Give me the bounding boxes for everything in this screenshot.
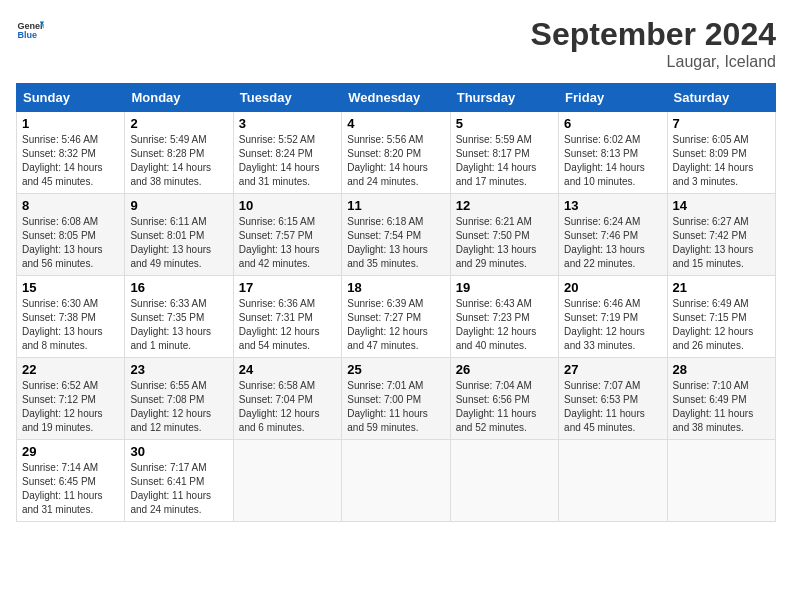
day-number: 28 — [673, 362, 770, 377]
day-cell: 4Sunrise: 5:56 AM Sunset: 8:20 PM Daylig… — [342, 112, 450, 194]
col-header-thursday: Thursday — [450, 84, 558, 112]
day-number: 11 — [347, 198, 444, 213]
title-block: September 2024 Laugar, Iceland — [531, 16, 776, 71]
day-number: 22 — [22, 362, 119, 377]
day-info: Sunrise: 6:27 AM Sunset: 7:42 PM Dayligh… — [673, 215, 770, 271]
week-row: 29Sunrise: 7:14 AM Sunset: 6:45 PM Dayli… — [17, 440, 776, 522]
day-number: 3 — [239, 116, 336, 131]
day-number: 2 — [130, 116, 227, 131]
day-cell: 2Sunrise: 5:49 AM Sunset: 8:28 PM Daylig… — [125, 112, 233, 194]
day-cell: 15Sunrise: 6:30 AM Sunset: 7:38 PM Dayli… — [17, 276, 125, 358]
week-row: 22Sunrise: 6:52 AM Sunset: 7:12 PM Dayli… — [17, 358, 776, 440]
day-cell: 20Sunrise: 6:46 AM Sunset: 7:19 PM Dayli… — [559, 276, 667, 358]
day-number: 16 — [130, 280, 227, 295]
day-info: Sunrise: 5:46 AM Sunset: 8:32 PM Dayligh… — [22, 133, 119, 189]
month-title: September 2024 — [531, 16, 776, 53]
day-cell: 28Sunrise: 7:10 AM Sunset: 6:49 PM Dayli… — [667, 358, 775, 440]
day-number: 24 — [239, 362, 336, 377]
day-number: 14 — [673, 198, 770, 213]
location: Laugar, Iceland — [531, 53, 776, 71]
week-row: 8Sunrise: 6:08 AM Sunset: 8:05 PM Daylig… — [17, 194, 776, 276]
header-row: SundayMondayTuesdayWednesdayThursdayFrid… — [17, 84, 776, 112]
day-info: Sunrise: 6:58 AM Sunset: 7:04 PM Dayligh… — [239, 379, 336, 435]
day-number: 29 — [22, 444, 119, 459]
day-cell: 24Sunrise: 6:58 AM Sunset: 7:04 PM Dayli… — [233, 358, 341, 440]
day-cell: 12Sunrise: 6:21 AM Sunset: 7:50 PM Dayli… — [450, 194, 558, 276]
day-cell: 5Sunrise: 5:59 AM Sunset: 8:17 PM Daylig… — [450, 112, 558, 194]
svg-text:Blue: Blue — [17, 30, 37, 40]
day-info: Sunrise: 7:17 AM Sunset: 6:41 PM Dayligh… — [130, 461, 227, 517]
day-info: Sunrise: 6:24 AM Sunset: 7:46 PM Dayligh… — [564, 215, 661, 271]
page-header: General Blue September 2024 Laugar, Icel… — [16, 16, 776, 71]
day-cell: 19Sunrise: 6:43 AM Sunset: 7:23 PM Dayli… — [450, 276, 558, 358]
day-number: 13 — [564, 198, 661, 213]
day-info: Sunrise: 6:30 AM Sunset: 7:38 PM Dayligh… — [22, 297, 119, 353]
day-info: Sunrise: 6:46 AM Sunset: 7:19 PM Dayligh… — [564, 297, 661, 353]
day-info: Sunrise: 6:43 AM Sunset: 7:23 PM Dayligh… — [456, 297, 553, 353]
week-row: 1Sunrise: 5:46 AM Sunset: 8:32 PM Daylig… — [17, 112, 776, 194]
day-info: Sunrise: 5:49 AM Sunset: 8:28 PM Dayligh… — [130, 133, 227, 189]
day-number: 6 — [564, 116, 661, 131]
day-cell: 29Sunrise: 7:14 AM Sunset: 6:45 PM Dayli… — [17, 440, 125, 522]
day-info: Sunrise: 7:14 AM Sunset: 6:45 PM Dayligh… — [22, 461, 119, 517]
empty-cell — [559, 440, 667, 522]
col-header-sunday: Sunday — [17, 84, 125, 112]
empty-cell — [233, 440, 341, 522]
day-cell: 3Sunrise: 5:52 AM Sunset: 8:24 PM Daylig… — [233, 112, 341, 194]
day-number: 4 — [347, 116, 444, 131]
day-info: Sunrise: 6:15 AM Sunset: 7:57 PM Dayligh… — [239, 215, 336, 271]
day-number: 8 — [22, 198, 119, 213]
day-cell: 23Sunrise: 6:55 AM Sunset: 7:08 PM Dayli… — [125, 358, 233, 440]
day-cell: 8Sunrise: 6:08 AM Sunset: 8:05 PM Daylig… — [17, 194, 125, 276]
day-cell: 1Sunrise: 5:46 AM Sunset: 8:32 PM Daylig… — [17, 112, 125, 194]
day-number: 19 — [456, 280, 553, 295]
day-info: Sunrise: 6:18 AM Sunset: 7:54 PM Dayligh… — [347, 215, 444, 271]
day-info: Sunrise: 7:01 AM Sunset: 7:00 PM Dayligh… — [347, 379, 444, 435]
day-cell: 18Sunrise: 6:39 AM Sunset: 7:27 PM Dayli… — [342, 276, 450, 358]
day-info: Sunrise: 5:52 AM Sunset: 8:24 PM Dayligh… — [239, 133, 336, 189]
day-info: Sunrise: 6:02 AM Sunset: 8:13 PM Dayligh… — [564, 133, 661, 189]
day-cell: 14Sunrise: 6:27 AM Sunset: 7:42 PM Dayli… — [667, 194, 775, 276]
day-info: Sunrise: 7:07 AM Sunset: 6:53 PM Dayligh… — [564, 379, 661, 435]
day-number: 1 — [22, 116, 119, 131]
day-cell: 10Sunrise: 6:15 AM Sunset: 7:57 PM Dayli… — [233, 194, 341, 276]
day-info: Sunrise: 6:36 AM Sunset: 7:31 PM Dayligh… — [239, 297, 336, 353]
day-number: 21 — [673, 280, 770, 295]
day-info: Sunrise: 6:55 AM Sunset: 7:08 PM Dayligh… — [130, 379, 227, 435]
day-number: 10 — [239, 198, 336, 213]
day-info: Sunrise: 7:10 AM Sunset: 6:49 PM Dayligh… — [673, 379, 770, 435]
svg-text:General: General — [17, 21, 44, 31]
col-header-saturday: Saturday — [667, 84, 775, 112]
day-info: Sunrise: 5:59 AM Sunset: 8:17 PM Dayligh… — [456, 133, 553, 189]
day-info: Sunrise: 6:52 AM Sunset: 7:12 PM Dayligh… — [22, 379, 119, 435]
day-number: 17 — [239, 280, 336, 295]
day-info: Sunrise: 6:11 AM Sunset: 8:01 PM Dayligh… — [130, 215, 227, 271]
day-cell: 11Sunrise: 6:18 AM Sunset: 7:54 PM Dayli… — [342, 194, 450, 276]
empty-cell — [342, 440, 450, 522]
col-header-friday: Friday — [559, 84, 667, 112]
day-number: 26 — [456, 362, 553, 377]
day-info: Sunrise: 7:04 AM Sunset: 6:56 PM Dayligh… — [456, 379, 553, 435]
day-number: 5 — [456, 116, 553, 131]
empty-cell — [667, 440, 775, 522]
day-cell: 21Sunrise: 6:49 AM Sunset: 7:15 PM Dayli… — [667, 276, 775, 358]
day-number: 9 — [130, 198, 227, 213]
day-number: 30 — [130, 444, 227, 459]
day-info: Sunrise: 6:05 AM Sunset: 8:09 PM Dayligh… — [673, 133, 770, 189]
empty-cell — [450, 440, 558, 522]
col-header-monday: Monday — [125, 84, 233, 112]
day-number: 12 — [456, 198, 553, 213]
day-number: 7 — [673, 116, 770, 131]
day-cell: 22Sunrise: 6:52 AM Sunset: 7:12 PM Dayli… — [17, 358, 125, 440]
day-number: 18 — [347, 280, 444, 295]
day-info: Sunrise: 6:49 AM Sunset: 7:15 PM Dayligh… — [673, 297, 770, 353]
day-cell: 27Sunrise: 7:07 AM Sunset: 6:53 PM Dayli… — [559, 358, 667, 440]
logo-icon: General Blue — [16, 16, 44, 44]
calendar-table: SundayMondayTuesdayWednesdayThursdayFrid… — [16, 83, 776, 522]
day-cell: 7Sunrise: 6:05 AM Sunset: 8:09 PM Daylig… — [667, 112, 775, 194]
week-row: 15Sunrise: 6:30 AM Sunset: 7:38 PM Dayli… — [17, 276, 776, 358]
day-info: Sunrise: 5:56 AM Sunset: 8:20 PM Dayligh… — [347, 133, 444, 189]
day-cell: 30Sunrise: 7:17 AM Sunset: 6:41 PM Dayli… — [125, 440, 233, 522]
day-cell: 26Sunrise: 7:04 AM Sunset: 6:56 PM Dayli… — [450, 358, 558, 440]
day-cell: 9Sunrise: 6:11 AM Sunset: 8:01 PM Daylig… — [125, 194, 233, 276]
